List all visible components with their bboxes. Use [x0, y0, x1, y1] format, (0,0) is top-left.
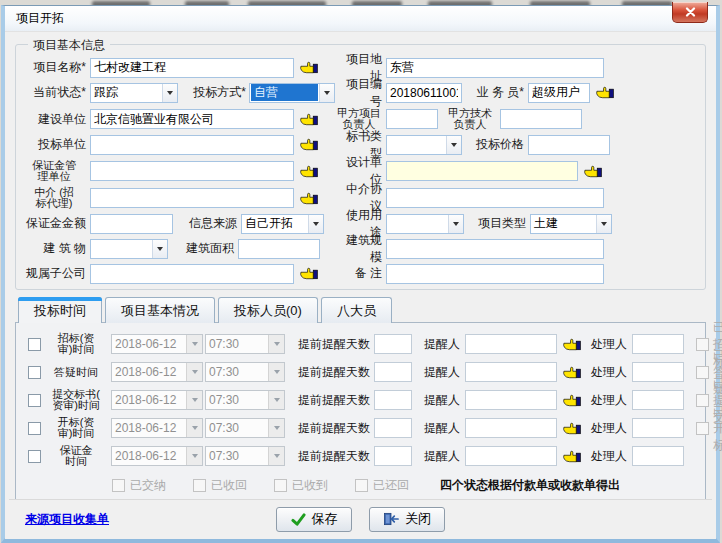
reminder-input[interactable]: [465, 362, 557, 382]
building-select[interactable]: [90, 239, 168, 259]
date-select: 2018-06-12: [111, 362, 203, 382]
reminder-input[interactable]: [465, 390, 557, 410]
remind-days-input[interactable]: [374, 446, 412, 466]
tab-bid-personnel[interactable]: 投标人员(0): [218, 297, 318, 323]
lookup-hand-icon[interactable]: [562, 393, 581, 408]
design-unit-input[interactable]: [386, 161, 578, 181]
handler-input[interactable]: [632, 446, 684, 466]
save-button[interactable]: 保存: [276, 507, 352, 532]
bid-price-input[interactable]: [528, 135, 610, 155]
date-value: 2018-06-12: [112, 393, 186, 407]
lookup-hand-icon[interactable]: [299, 164, 318, 179]
lookup-hand-icon[interactable]: [562, 365, 581, 380]
close-window-button[interactable]: [672, 2, 708, 23]
time-value: 07:30: [206, 393, 268, 407]
schedule-row: 保证金 时间 2018-06-12 07:30 提前提醒天数 提醒人 处理人: [28, 444, 705, 468]
lookup-hand-icon[interactable]: [562, 421, 581, 436]
lookup-hand-icon[interactable]: [299, 137, 318, 152]
schedule-row-label: 答疑时间: [45, 367, 107, 378]
salesman-input[interactable]: [528, 83, 590, 103]
reminder-label: 提醒人: [424, 448, 460, 465]
info-source-label: 信息来源: [181, 215, 237, 232]
close-button[interactable]: 关闭: [369, 507, 445, 532]
chevron-down-icon: [186, 391, 202, 409]
remind-days-input[interactable]: [374, 334, 412, 354]
reminder-input[interactable]: [465, 446, 557, 466]
project-no-input[interactable]: [386, 83, 462, 103]
building-area-input[interactable]: [238, 239, 320, 259]
project-type-select[interactable]: 土建: [530, 214, 612, 234]
deposit-amount-label: 保证金金额: [22, 215, 86, 232]
info-source-select[interactable]: 自己开拓: [241, 214, 324, 234]
party-a-pm-input[interactable]: [386, 109, 438, 129]
deposit-amount-input[interactable]: [90, 214, 173, 234]
agency-agreement-input[interactable]: [386, 188, 604, 208]
bid-price-label: 投标价格: [468, 136, 524, 153]
date-select: 2018-06-12: [111, 334, 203, 354]
handler-input[interactable]: [632, 362, 684, 382]
project-development-dialog: 项目开拓 项目基本信息 项目名称* 项目地址: [1, 5, 720, 543]
lookup-hand-icon[interactable]: [562, 449, 581, 464]
remind-days-input[interactable]: [374, 362, 412, 382]
current-status-select[interactable]: 跟踪: [90, 83, 178, 103]
bid-method-value: 自营: [251, 84, 318, 101]
building-scale-input[interactable]: [386, 239, 604, 259]
date-value: 2018-06-12: [112, 365, 186, 379]
agency-label: 中介 (招 标代理): [22, 187, 86, 209]
building-scale-label: 建筑规模: [336, 232, 382, 266]
schedule-row-label: 招标(资 审)时间: [45, 333, 107, 355]
row-checkbox[interactable]: [28, 422, 41, 435]
deposit-mgmt-input[interactable]: [90, 161, 294, 181]
usage-select[interactable]: [386, 214, 464, 234]
lookup-hand-icon[interactable]: [299, 191, 318, 206]
tab-bid-time[interactable]: 投标时间: [18, 297, 102, 323]
handler-label: 处理人: [591, 448, 627, 465]
reminder-input[interactable]: [465, 334, 557, 354]
row-checkbox[interactable]: [28, 338, 41, 351]
handler-input[interactable]: [632, 418, 684, 438]
tab-project-basic[interactable]: 项目基本情况: [105, 297, 215, 323]
lookup-hand-icon[interactable]: [299, 60, 318, 75]
party-a-tech-input[interactable]: [500, 109, 582, 129]
bid-method-select[interactable]: 自营: [249, 83, 335, 103]
lookup-hand-icon[interactable]: [562, 337, 581, 352]
subsidiary-input[interactable]: [90, 264, 294, 284]
row-checkbox[interactable]: [28, 394, 41, 407]
row-checkbox[interactable]: [28, 366, 41, 379]
handler-input[interactable]: [632, 390, 684, 410]
lookup-hand-icon[interactable]: [583, 164, 602, 179]
handler-label: 处理人: [591, 420, 627, 437]
project-address-input[interactable]: [386, 58, 604, 78]
handler-input[interactable]: [632, 334, 684, 354]
save-label: 保存: [312, 510, 338, 528]
doc-type-select[interactable]: [386, 135, 462, 155]
remind-days-input[interactable]: [374, 418, 412, 438]
lookup-hand-icon[interactable]: [299, 266, 318, 281]
chevron-down-icon: [596, 215, 611, 233]
remind-days-input[interactable]: [374, 390, 412, 410]
tab-label: 八大员: [337, 302, 376, 320]
time-select: 07:30: [205, 334, 285, 354]
date-value: 2018-06-12: [112, 337, 186, 351]
tab-eight-roles[interactable]: 八大员: [321, 297, 392, 323]
lookup-hand-icon[interactable]: [299, 112, 318, 127]
chevron-down-icon: [308, 215, 323, 233]
reminder-label: 提醒人: [424, 364, 460, 381]
bid-time-panel: 招标(资 审)时间 2018-06-12 07:30 提前提醒天数 提醒人 处理…: [15, 322, 706, 503]
agency-input[interactable]: [90, 188, 294, 208]
chevron-down-icon: [446, 136, 461, 154]
time-value: 07:30: [206, 449, 268, 463]
row-checkbox[interactable]: [28, 450, 41, 463]
construction-unit-input[interactable]: [90, 109, 294, 129]
project-name-input[interactable]: [90, 58, 294, 78]
schedule-row-label: 开标(资 审)时间: [45, 417, 107, 439]
date-value: 2018-06-12: [112, 449, 186, 463]
recovered-checkbox: [193, 479, 206, 492]
bid-unit-input[interactable]: [90, 135, 294, 155]
reminder-input[interactable]: [465, 418, 557, 438]
lookup-hand-icon[interactable]: [595, 85, 614, 100]
remark-input[interactable]: [386, 264, 604, 284]
chevron-down-icon: [162, 84, 177, 102]
chevron-down-icon: [268, 391, 284, 409]
reminder-label: 提醒人: [424, 420, 460, 437]
